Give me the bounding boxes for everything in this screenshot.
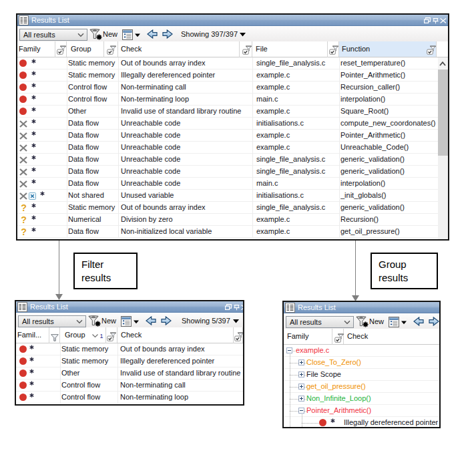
svg-text:1: 1 <box>100 333 103 339</box>
